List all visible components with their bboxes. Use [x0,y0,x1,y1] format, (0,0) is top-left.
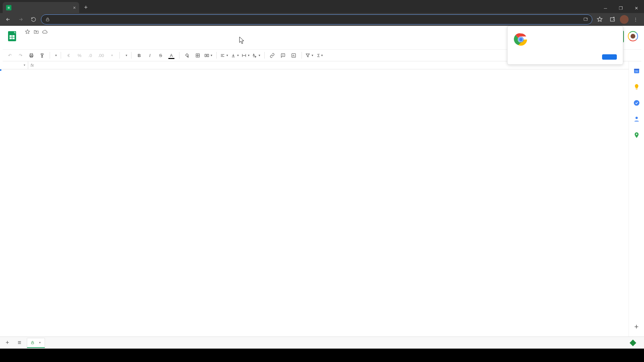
browser-navbar: ⋮ [0,13,644,26]
cloud-status-icon[interactable] [42,29,48,35]
link-icon[interactable] [268,51,277,60]
bookmark-star-icon[interactable] [594,14,605,25]
svg-point-7 [587,18,587,19]
new-tab-button[interactable]: + [81,3,91,12]
redo-icon[interactable]: ↷ [16,51,25,60]
text-rotate-icon[interactable]: ▼ [252,51,261,60]
h-align-icon[interactable]: ▼ [220,51,229,60]
text-color-icon[interactable]: A [167,51,176,60]
sheets-favicon [6,5,11,10]
extensions-icon[interactable] [607,14,618,25]
svg-point-47 [519,38,523,42]
name-box[interactable]: ▼ [0,61,28,69]
text-wrap-icon[interactable]: ▼ [241,51,250,60]
address-bar[interactable] [41,14,592,24]
font-size-select[interactable]: ▼ [123,54,128,57]
move-icon[interactable] [34,29,39,35]
promo-no-button[interactable] [589,54,599,60]
mouse-cursor-icon [239,37,245,44]
close-tab-icon[interactable]: × [73,5,76,10]
promo-yes-button[interactable] [602,54,617,60]
google-account-icon[interactable] [627,31,639,42]
svg-text:31: 31 [635,70,638,73]
svg-rect-26 [207,54,209,57]
filter-icon[interactable]: ▼ [305,51,314,60]
insert-chart-icon[interactable] [289,51,298,60]
site-info-icon[interactable] [45,17,50,22]
reload-button[interactable] [28,14,39,25]
italic-icon[interactable]: I [146,51,154,60]
chrome-promo-card [507,26,623,65]
minimize-button[interactable]: ─ [598,3,613,13]
print-icon[interactable] [27,51,36,60]
paint-format-icon[interactable] [38,51,46,60]
merge-cells-icon[interactable]: ▼ [204,51,213,60]
svg-point-18 [631,34,635,39]
browser-tab[interactable]: × [3,2,79,13]
back-button[interactable] [3,14,13,25]
v-align-icon[interactable]: ▼ [231,51,239,60]
explore-icon [630,340,636,346]
maps-icon[interactable] [633,132,640,138]
close-window-button[interactable]: ✕ [629,3,644,13]
comment-icon[interactable] [279,51,287,60]
svg-rect-25 [205,54,206,57]
sheet-tab-bar: + ≡ ▼ [0,337,644,349]
window-controls: ─ ❐ ✕ [598,3,644,13]
active-cell-outline [0,69,1,71]
svg-rect-39 [636,89,637,89]
strike-icon[interactable]: S [156,51,165,60]
percent-icon[interactable]: % [75,51,84,60]
svg-rect-43 [32,343,34,344]
spreadsheet-grid[interactable] [0,69,629,337]
star-icon[interactable] [25,29,30,35]
calendar-icon[interactable]: 31 [633,67,640,74]
sheets-logo-icon[interactable] [6,30,18,42]
fill-color-icon[interactable] [183,51,192,60]
increase-decimal-icon[interactable]: .00 [97,51,105,60]
zoom-select[interactable]: ▼ [53,54,57,57]
url-input[interactable] [53,17,580,22]
sheets-app: ↶ ↷ ▼ € % .0 .00 ▼ ▼ B I S A ▼ ▼ ▼ ▼ ▼ ▼… [0,26,644,349]
currency-icon[interactable]: € [64,51,73,60]
forward-button[interactable] [15,14,26,25]
side-panel: 31 + [629,61,644,337]
bold-icon[interactable]: B [135,51,144,60]
undo-icon[interactable]: ↶ [5,51,14,60]
functions-icon[interactable]: Σ▼ [316,51,325,60]
decrease-decimal-icon[interactable]: .0 [86,51,95,60]
keep-icon[interactable] [633,83,640,90]
sheet-tab[interactable]: ▼ [27,338,45,348]
add-addon-icon[interactable]: + [634,322,639,331]
svg-point-40 [634,100,639,106]
tasks-icon[interactable] [633,100,640,106]
maximize-button[interactable]: ❐ [613,3,629,13]
profile-avatar[interactable] [620,15,629,24]
browser-menu-icon[interactable]: ⋮ [631,14,641,25]
contacts-icon[interactable] [633,116,640,122]
svg-point-41 [635,117,638,119]
install-app-icon[interactable] [583,17,588,22]
explore-button[interactable] [627,341,641,345]
browser-titlebar: × + ─ ❐ ✕ [0,0,644,13]
lock-icon [31,341,35,345]
chrome-icon [514,32,528,47]
borders-icon[interactable] [194,51,202,60]
add-sheet-button[interactable]: + [3,338,12,348]
svg-rect-5 [46,19,49,21]
all-sheets-button[interactable]: ≡ [15,338,24,348]
svg-point-42 [636,133,637,135]
fx-label: fx [28,63,36,68]
number-format-select[interactable]: ▼ [107,51,116,60]
